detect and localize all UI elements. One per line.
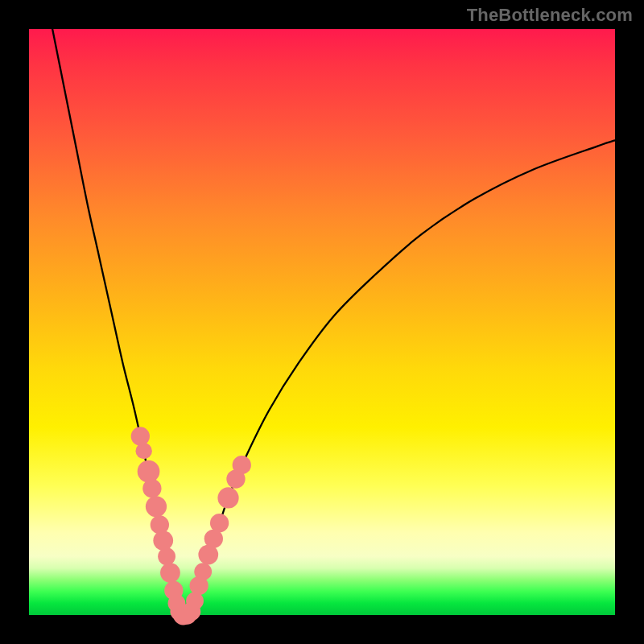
plot-area — [29, 29, 615, 615]
scatter-dot — [131, 427, 150, 445]
watermark-text: TheBottleneck.com — [467, 5, 633, 26]
scatter-dot — [158, 547, 175, 565]
scatter-dot — [135, 443, 151, 459]
scatter-dot — [142, 479, 161, 497]
chart-svg — [29, 29, 615, 615]
curve-right-branch — [190, 140, 615, 615]
scatter-dot — [138, 460, 160, 483]
scatter-dot — [217, 487, 238, 508]
scatter-dots — [131, 427, 251, 625]
scatter-dot — [160, 563, 180, 583]
chart-frame: TheBottleneck.com — [0, 0, 644, 644]
scatter-dot — [194, 563, 212, 580]
scatter-dot — [210, 514, 229, 532]
scatter-dot — [146, 496, 167, 517]
scatter-dot — [233, 456, 251, 474]
scatter-dot — [153, 530, 173, 551]
